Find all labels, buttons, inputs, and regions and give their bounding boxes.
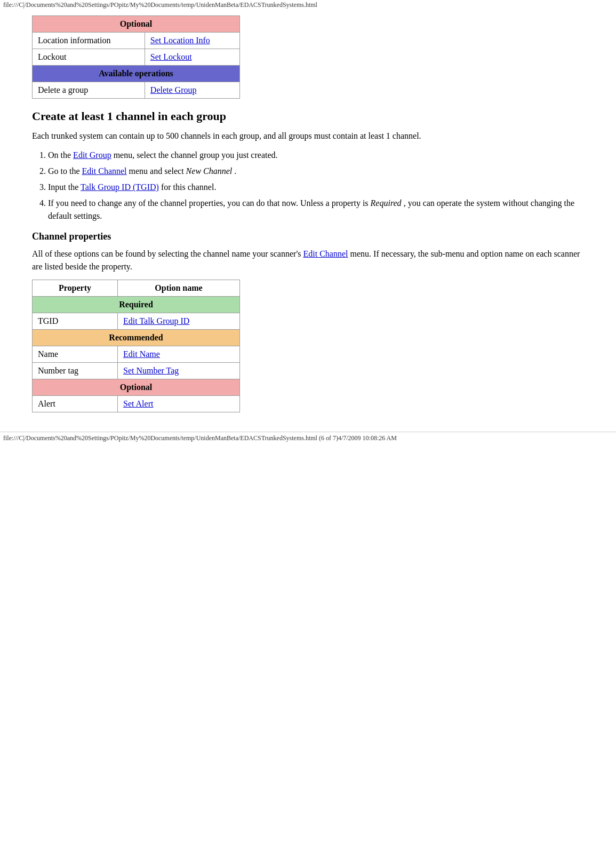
name-option: Edit Name [118,346,240,363]
section2-heading: Channel properties [32,231,584,242]
option-col-header: Option name [118,280,240,297]
delete-group-link[interactable]: Delete Group [150,85,197,94]
tgid-option: Edit Talk Group ID [118,313,240,330]
step2-text-after: menu and select New Channel . [127,166,237,176]
step-2: Go to the Edit Channel menu and select N… [48,165,584,178]
optional-header: Optional [33,16,240,33]
alert-property: Alert [33,396,118,412]
table-row: Lockout Set Lockout [33,49,240,66]
edit-channel-link-1[interactable]: Edit Channel [82,166,127,176]
optional-header-2: Optional [33,379,240,396]
table-row: Number tag Set Number Tag [33,363,240,379]
section1-para: Each trunked system can contain up to 50… [32,130,584,142]
step2-text-before: Go to the [48,166,82,176]
bottom-bar-text: file:///C|/Documents%20and%20Settings/PO… [3,434,397,442]
number-tag-option: Set Number Tag [118,363,240,379]
edit-name-link[interactable]: Edit Name [123,349,160,359]
required-header: Required [33,297,240,313]
talk-group-id-link[interactable]: Talk Group ID (TGID) [81,182,159,192]
location-option: Set Location Info [145,33,239,49]
step-4: If you need to change any of the channel… [48,197,584,222]
name-property: Name [33,346,118,363]
set-alert-link[interactable]: Set Alert [123,399,153,408]
set-number-tag-link[interactable]: Set Number Tag [123,366,179,375]
table-row: TGID Edit Talk Group ID [33,313,240,330]
lockout-property: Lockout [33,49,145,66]
edit-talk-group-link[interactable]: Edit Talk Group ID [123,316,189,325]
main-content: Optional Location information Set Locati… [0,10,616,426]
step3-text-after: for this channel. [159,182,217,192]
step-1: On the Edit Group menu, select the chann… [48,149,584,162]
set-location-link[interactable]: Set Location Info [150,36,210,45]
edit-group-link[interactable]: Edit Group [73,150,111,160]
step3-text-before: Input the [48,182,81,192]
alert-option: Set Alert [118,396,240,412]
section2-text-before: All of these options can be found by sel… [32,249,303,258]
section1-heading: Create at least 1 channel in each group [32,109,584,123]
bottom-bar: file:///C|/Documents%20and%20Settings/PO… [0,432,616,444]
property-col-header: Property [33,280,118,297]
steps-list: On the Edit Group menu, select the chann… [48,149,584,222]
available-ops-header: Available operations [33,66,240,82]
table-row: Name Edit Name [33,346,240,363]
delete-group-option: Delete Group [145,82,239,99]
top-bar: file:///C|/Documents%20and%20Settings/PO… [0,0,616,10]
recommended-header: Recommended [33,330,240,346]
table-row: Location information Set Location Info [33,33,240,49]
edit-channel-link-2[interactable]: Edit Channel [303,249,348,258]
table-row: Delete a group Delete Group [33,82,240,99]
delete-group-property: Delete a group [33,82,145,99]
location-property: Location information [33,33,145,49]
section2-para: All of these options can be found by sel… [32,248,584,273]
number-tag-property: Number tag [33,363,118,379]
step4-text: If you need to change any of the channel… [48,198,574,220]
set-lockout-link[interactable]: Set Lockout [150,52,192,61]
optional-table: Optional Location information Set Locati… [32,15,240,99]
lockout-option: Set Lockout [145,49,239,66]
tgid-property: TGID [33,313,118,330]
step1-text-before: On the [48,150,73,160]
step-3: Input the Talk Group ID (TGID) for this … [48,181,584,194]
table-row: Alert Set Alert [33,396,240,412]
step1-text-after: menu, select the channel group you just … [111,150,278,160]
channel-props-table: Property Option name Required TGID Edit … [32,280,240,412]
page-url: file:///C|/Documents%20and%20Settings/PO… [3,1,317,9]
